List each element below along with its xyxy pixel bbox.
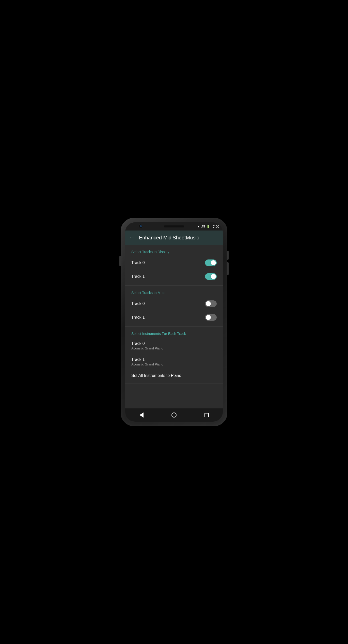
set-all-piano-title: Set All Instruments to Piano [131,373,181,378]
row-mute-track1[interactable]: Track 1 [125,311,223,324]
nav-recents-button[interactable] [202,410,211,420]
inst-track1-subtitle: Acoustic Grand Piano [131,362,163,366]
earpiece-speaker [164,225,184,227]
toggle-display-track0[interactable] [205,259,217,266]
phone-outer: ▾ LTE 🔋 7:00 ← Enhanced MidiSheetMusic S… [121,218,227,426]
row-display-track1[interactable]: Track 1 [125,270,223,283]
inst-track1-title: Track 1 [131,357,163,362]
app-title: Enhanced MidiSheetMusic [139,235,199,241]
row-display-track0-text: Track 0 [131,260,145,265]
row-mute-track0[interactable]: Track 0 [125,297,223,311]
nav-back-button[interactable] [137,410,146,420]
nav-home-icon [171,412,177,418]
app-bar: ← Enhanced MidiSheetMusic [125,231,223,245]
row-set-all-piano-text: Set All Instruments to Piano [131,373,181,378]
lte-icon: LTE [201,225,205,228]
row-display-track1-text: Track 1 [131,274,145,279]
section-display-header: Select Tracks to Display [125,247,223,256]
wifi-icon: ▾ [198,225,199,228]
status-icons: ▾ LTE 🔋 7:00 [198,225,219,228]
inst-track0-title: Track 0 [131,341,163,346]
section-instruments: Select Instruments For Each Track Track … [125,327,223,384]
volume-up-button[interactable] [227,251,229,260]
volume-down-button[interactable] [227,262,229,275]
toggle-mute-track0-knob [206,301,211,306]
status-time: 7:00 [213,225,219,228]
section-mute: Select Tracks to Mute Track 0 Track 1 [125,286,223,327]
row-set-all-piano[interactable]: Set All Instruments to Piano [125,370,223,381]
back-button[interactable]: ← [129,234,135,241]
section-instruments-header: Select Instruments For Each Track [125,329,223,338]
display-track0-title: Track 0 [131,260,145,265]
inst-track0-subtitle: Acoustic Grand Piano [131,346,163,350]
mute-track1-title: Track 1 [131,315,145,320]
display-track1-title: Track 1 [131,274,145,279]
battery-icon: 🔋 [207,225,210,228]
phone-screen: ▾ LTE 🔋 7:00 ← Enhanced MidiSheetMusic S… [125,222,223,422]
toggle-display-track1[interactable] [205,273,217,280]
toggle-display-track1-knob [211,274,216,279]
nav-bar [125,408,223,422]
nav-back-icon [139,412,144,418]
power-button[interactable] [119,256,121,266]
screen: ▾ LTE 🔋 7:00 ← Enhanced MidiSheetMusic S… [125,222,223,422]
toggle-mute-track1-knob [206,315,211,320]
row-inst-track0-text: Track 0 Acoustic Grand Piano [131,341,163,350]
row-display-track0[interactable]: Track 0 [125,256,223,270]
toggle-mute-track1[interactable] [205,314,217,321]
toggle-mute-track0[interactable] [205,300,217,307]
section-mute-header: Select Tracks to Mute [125,288,223,297]
settings-content: Select Tracks to Display Track 0 Track 1 [125,245,223,408]
nav-home-button[interactable] [169,410,179,420]
row-mute-track0-text: Track 0 [131,301,145,306]
toggle-display-track0-knob [211,260,216,265]
row-mute-track1-text: Track 1 [131,315,145,320]
section-display: Select Tracks to Display Track 0 Track 1 [125,245,223,286]
front-camera [138,224,143,228]
row-inst-track1-text: Track 1 Acoustic Grand Piano [131,357,163,366]
row-inst-track1[interactable]: Track 1 Acoustic Grand Piano [125,354,223,370]
mute-track0-title: Track 0 [131,301,145,306]
nav-recents-icon [204,413,209,417]
row-inst-track0[interactable]: Track 0 Acoustic Grand Piano [125,338,223,354]
